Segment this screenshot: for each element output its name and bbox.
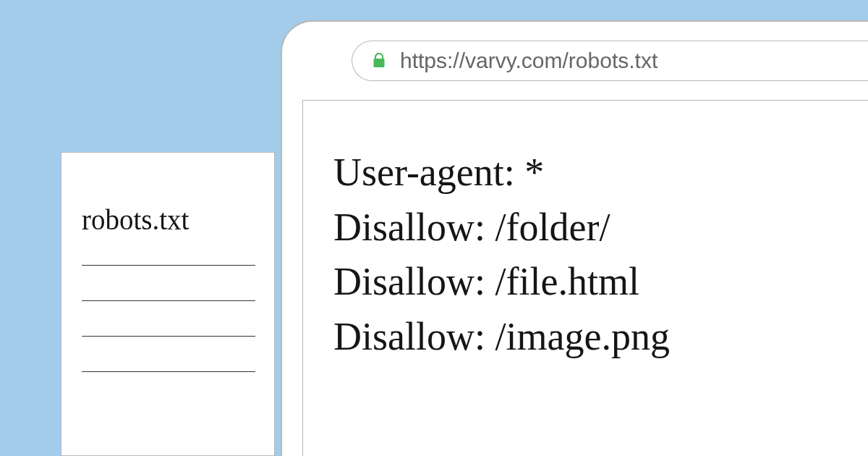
robots-line: Disallow: /image.png [333, 310, 839, 365]
document-rule-line [82, 300, 255, 301]
robots-line: User-agent: * [333, 145, 839, 200]
url-text: https://varvy.com/robots.txt [400, 48, 658, 73]
browser-content: User-agent: * Disallow: /folder/ Disallo… [302, 100, 868, 456]
document-rule-line [82, 336, 255, 337]
robots-line: Disallow: /file.html [333, 255, 839, 310]
document-page: robots.txt [61, 152, 275, 456]
lock-icon [373, 53, 386, 69]
document-title: robots.txt [82, 203, 254, 236]
address-bar[interactable]: https://varvy.com/robots.txt [352, 41, 868, 81]
svg-rect-0 [374, 59, 385, 67]
document-rule-line [82, 371, 255, 372]
browser-window: https://varvy.com/robots.txt User-agent:… [281, 20, 868, 456]
document-rule-line [82, 265, 255, 266]
robots-line: Disallow: /folder/ [333, 200, 839, 256]
